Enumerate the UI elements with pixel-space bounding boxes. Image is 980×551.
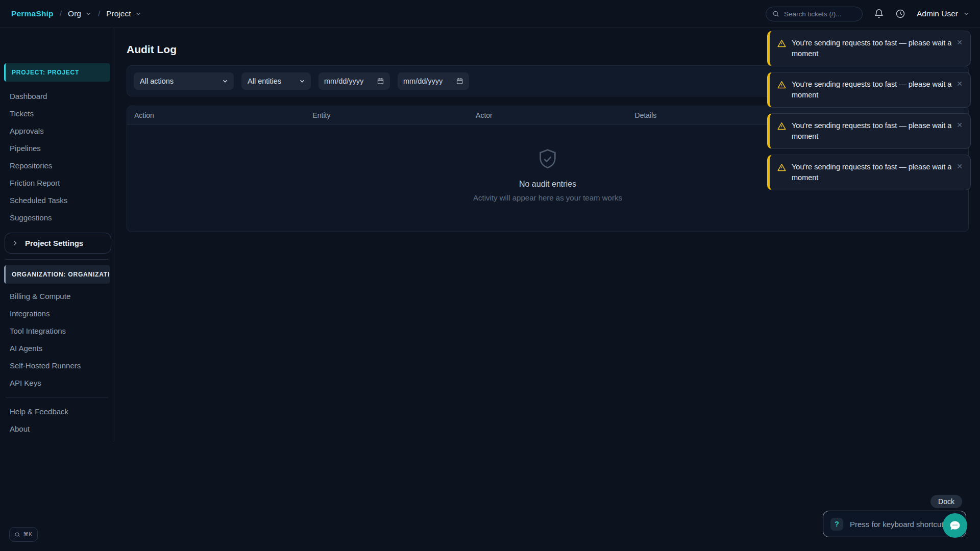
warning-triangle-icon xyxy=(777,163,787,172)
sidebar-item-billing-compute[interactable]: Billing & Compute xyxy=(4,288,110,305)
sidebar-item-approvals[interactable]: Approvals xyxy=(4,122,110,139)
column-header-action: Action xyxy=(127,111,305,119)
date-from-placeholder: mm/dd/yyyy xyxy=(324,77,363,85)
project-settings-button[interactable]: Project Settings xyxy=(5,233,111,254)
warning-triangle-icon xyxy=(777,121,787,131)
action-filter-select[interactable]: All actions xyxy=(134,72,234,90)
bell-icon xyxy=(874,9,884,19)
sidebar-item-ai-agents[interactable]: AI Agents xyxy=(4,340,110,357)
sidebar-item-scheduled-tasks[interactable]: Scheduled Tasks xyxy=(4,192,110,209)
toast-message: You're sending requests too fast — pleas… xyxy=(792,38,955,59)
toast-stack: You're sending requests too fast — pleas… xyxy=(767,31,971,190)
sidebar-divider xyxy=(6,397,108,397)
sidebar-item-tool-integrations[interactable]: Tool Integrations xyxy=(4,322,110,339)
user-name: Admin User xyxy=(917,9,958,18)
calendar-icon xyxy=(456,77,463,85)
calendar-icon xyxy=(377,77,384,85)
sidebar-item-self-hosted-runners[interactable]: Self-Hosted Runners xyxy=(4,357,110,374)
breadcrumb: PermaShip / Org / Project xyxy=(11,9,142,18)
sidebar-item-help-feedback[interactable]: Help & Feedback xyxy=(4,403,110,420)
sidebar-item-pipelines[interactable]: Pipelines xyxy=(4,140,110,157)
chat-bubble-icon xyxy=(949,519,961,532)
toast-message: You're sending requests too fast — pleas… xyxy=(792,162,955,183)
command-palette-button[interactable]: ⌘K xyxy=(9,527,38,542)
sidebar-item-integrations[interactable]: Integrations xyxy=(4,305,110,322)
warning-triangle-icon xyxy=(777,80,787,90)
user-menu[interactable]: Admin User xyxy=(917,9,970,18)
project-settings-label: Project Settings xyxy=(25,239,83,247)
close-icon[interactable]: ✕ xyxy=(955,79,964,88)
toast-notification: You're sending requests too fast — pleas… xyxy=(767,113,971,149)
notifications-button[interactable] xyxy=(874,9,884,19)
close-icon[interactable]: ✕ xyxy=(955,38,964,47)
sidebar: PROJECT: PROJECT Dashboard Tickets Appro… xyxy=(0,28,114,441)
org-switcher[interactable]: Org xyxy=(68,9,92,18)
date-to-placeholder: mm/dd/yyyy xyxy=(403,77,443,85)
toast-notification: You're sending requests too fast — pleas… xyxy=(767,155,971,190)
keyboard-hint-text: Press for keyboard shortcuts xyxy=(850,520,947,529)
toast-message: You're sending requests too fast — pleas… xyxy=(792,120,955,142)
brand-logo[interactable]: PermaShip xyxy=(11,9,54,18)
sidebar-item-dashboard[interactable]: Dashboard xyxy=(4,88,110,105)
toast-notification: You're sending requests too fast — pleas… xyxy=(767,72,971,108)
search-icon xyxy=(14,532,20,538)
global-search[interactable] xyxy=(766,7,863,21)
top-nav: PermaShip / Org / Project Admin User xyxy=(0,0,980,28)
column-header-entity: Entity xyxy=(305,111,469,119)
column-header-actor: Actor xyxy=(469,111,627,119)
date-to-input[interactable]: mm/dd/yyyy xyxy=(398,72,469,90)
sidebar-item-friction-report[interactable]: Friction Report xyxy=(4,174,110,191)
project-switcher-label: Project xyxy=(106,9,131,18)
question-key-badge: ? xyxy=(830,518,843,531)
sidebar-item-api-keys[interactable]: API Keys xyxy=(4,374,110,391)
shield-check-icon xyxy=(536,146,559,172)
empty-state-subtitle: Activity will appear here as your team w… xyxy=(127,193,968,202)
date-from-input[interactable]: mm/dd/yyyy xyxy=(318,72,390,90)
project-switcher[interactable]: Project xyxy=(106,9,141,18)
close-icon[interactable]: ✕ xyxy=(955,120,964,130)
dock-button[interactable]: Dock xyxy=(930,495,962,508)
close-icon[interactable]: ✕ xyxy=(955,162,964,171)
breadcrumb-separator: / xyxy=(98,9,100,18)
sidebar-divider xyxy=(6,259,108,260)
history-button[interactable] xyxy=(895,9,905,19)
toast-message: You're sending requests too fast — pleas… xyxy=(792,79,955,101)
sidebar-project-header[interactable]: PROJECT: PROJECT xyxy=(4,63,110,82)
sidebar-item-suggestions[interactable]: Suggestions xyxy=(4,209,110,226)
command-shortcut-label: ⌘K xyxy=(23,531,32,538)
topbar-actions: Admin User xyxy=(766,7,970,21)
chevron-down-icon xyxy=(963,10,970,17)
chevron-right-icon xyxy=(12,240,18,246)
search-icon xyxy=(772,10,779,17)
toast-notification: You're sending requests too fast — pleas… xyxy=(767,31,971,66)
org-switcher-label: Org xyxy=(68,9,81,18)
sidebar-item-tickets[interactable]: Tickets xyxy=(4,105,110,122)
entity-filter-select[interactable]: All entities xyxy=(241,72,311,90)
chat-fab-button[interactable] xyxy=(943,513,967,538)
chevron-down-icon xyxy=(85,10,92,17)
chevron-down-icon xyxy=(135,10,142,17)
warning-triangle-icon xyxy=(777,39,787,48)
sidebar-item-repositories[interactable]: Repositories xyxy=(4,157,110,174)
sidebar-org-header[interactable]: ORGANIZATION: ORGANIZATION xyxy=(4,265,110,284)
breadcrumb-separator: / xyxy=(60,9,62,18)
clock-icon xyxy=(895,9,905,19)
sidebar-item-about[interactable]: About xyxy=(4,420,110,437)
search-input[interactable] xyxy=(784,10,856,18)
